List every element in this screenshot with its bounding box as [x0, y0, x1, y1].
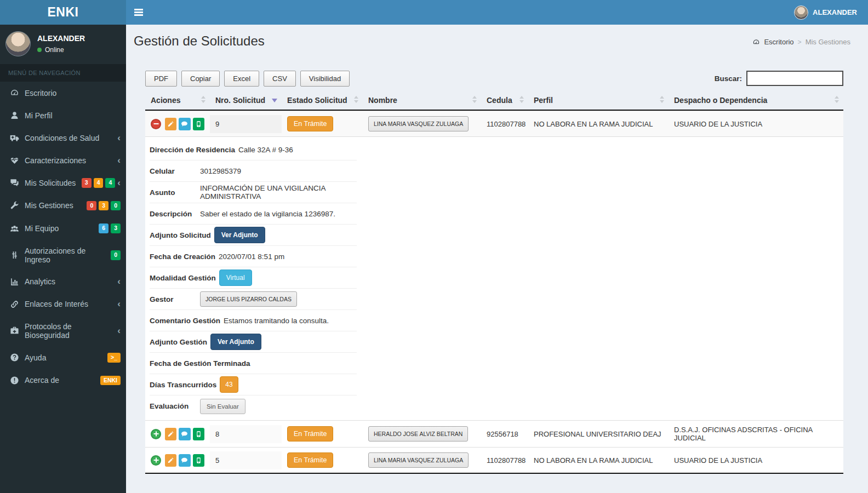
count-badge: 0: [87, 201, 96, 211]
column-header-aciones[interactable]: Aciones: [145, 91, 210, 110]
content-area: Gestión de Solicitudes Escritorio > Mis …: [126, 25, 868, 493]
ver-adjunto-button[interactable]: Ver Adjunto: [210, 334, 261, 350]
gestor-button[interactable]: JORGE LUIS PIZARRO CALDAS: [200, 291, 297, 307]
pencil-icon: [167, 431, 174, 438]
mobile-button[interactable]: [193, 454, 204, 467]
edit-button[interactable]: [165, 454, 176, 467]
sidebar-item-caracterizaciones[interactable]: Caracterizaciones ‹: [0, 149, 126, 171]
sidebar-user-panel: ALEXANDER Online: [0, 25, 126, 64]
sidebar-item-protocolos-de-bioseguridad[interactable]: Protocolos de Bioseguridad ‹: [0, 316, 126, 346]
page-title: Gestión de Solicitudes: [134, 33, 265, 49]
column-header-cedula[interactable]: Cedula: [481, 91, 528, 110]
sidebar-item-mi-equipo[interactable]: Mi Equipo 6 3: [0, 217, 126, 240]
chat-bubble-icon: [181, 431, 188, 438]
edit-button[interactable]: [165, 118, 176, 130]
detail-fecha-creacion: Fecha de Creación 2020/07/01 8:51 pm: [150, 246, 357, 267]
breadcrumb-home[interactable]: Escritorio: [764, 38, 793, 46]
column-header-perfil[interactable]: Perfil: [528, 91, 669, 110]
nombre-button[interactable]: LINA MARIA VASQUEZ ZULUAGA: [368, 452, 469, 468]
hamburger-icon: [134, 8, 143, 18]
user-status: Online: [37, 46, 85, 54]
sidebar-item-autorizaciones-de-ingreso[interactable]: Autorizaciones de Ingreso 0: [0, 240, 126, 271]
terminal-badge: >_: [107, 353, 121, 363]
copy-button[interactable]: Copiar: [181, 71, 220, 87]
avatar: [5, 31, 31, 56]
mobile-phone-icon: [195, 457, 202, 464]
sidebar-toggle-icon[interactable]: [126, 0, 151, 25]
mobile-button[interactable]: [193, 428, 204, 440]
sort-icon: [519, 96, 524, 103]
chat-button[interactable]: [179, 454, 190, 467]
status-badge[interactable]: En Trámite: [287, 426, 333, 442]
days-badge: 43: [220, 376, 238, 393]
cell-nro: 8: [210, 425, 282, 443]
count-badge: 6: [99, 223, 108, 233]
expand-row-icon[interactable]: [151, 455, 161, 466]
column-header-estado[interactable]: Estado Solicitud: [282, 91, 363, 110]
mobile-button[interactable]: [193, 118, 204, 130]
collapse-row-icon[interactable]: [151, 119, 161, 129]
sort-icon: [835, 96, 839, 103]
count-badge: 3: [99, 201, 108, 211]
detail-modalidad-gestion: Modalidad Gestión Virtual: [150, 267, 357, 289]
sort-icon: [472, 96, 477, 103]
pencil-icon: [167, 121, 174, 128]
cell-nombre: LINA MARIA VASQUEZ ZULUAGA: [363, 448, 481, 473]
chevron-left-icon: ‹: [117, 158, 121, 163]
app-logo[interactable]: ENKI: [0, 0, 126, 25]
sidebar-item-escritorio[interactable]: Escritorio: [0, 82, 126, 104]
gauge-icon: [752, 38, 760, 46]
status-label: Online: [45, 46, 64, 54]
cell-perfil: PROFESIONAL UNIVERSITARIO DEAJ: [528, 425, 669, 443]
detail-celular: Celular 3012985379: [150, 160, 357, 182]
search-input[interactable]: [746, 71, 843, 86]
enki-badge: ENKI: [100, 376, 121, 386]
navbar-user-menu[interactable]: ALEXANDER: [783, 0, 868, 25]
cell-cedula: 1102807788: [481, 115, 528, 133]
ver-adjunto-button[interactable]: Ver Adjunto: [214, 227, 265, 243]
chat-bubble-icon: [181, 457, 188, 464]
expand-row-icon[interactable]: [151, 429, 161, 439]
ambulance-icon: [10, 133, 19, 142]
sidebar-item-condiciones-de-salud[interactable]: Condiciones de Salud ‹: [0, 127, 126, 149]
virtual-badge: Virtual: [219, 270, 252, 286]
breadcrumb-separator: >: [798, 38, 802, 46]
mobile-phone-icon: [195, 121, 202, 128]
edit-button[interactable]: [165, 428, 176, 440]
nombre-button[interactable]: HERALDO JOSE ALVIZ BELTRAN: [368, 426, 468, 442]
sort-icon: [201, 96, 205, 103]
detail-evaluacion: Evaluación Sin Evaluar: [150, 395, 357, 417]
sidebar-item-acerca-de[interactable]: Acerca de ENKI: [0, 369, 126, 392]
status-badge[interactable]: En Trámite: [287, 452, 333, 468]
cell-cedula: 1102807788: [481, 451, 528, 469]
detail-descripcion: Descripción Saber el estado de la vigila…: [150, 203, 357, 225]
cell-estado: En Trámite: [282, 448, 363, 473]
detail-adjunto-solicitud: Adjunto Solicitud Ver Adjunto: [150, 225, 357, 246]
sidebar-item-enlaces-de-interes[interactable]: Enlaces de Interés ‹: [0, 293, 126, 316]
top-navbar: ALEXANDER: [126, 0, 868, 25]
visibility-button[interactable]: Visibilidad: [300, 71, 350, 87]
sidebar-item-ayuda[interactable]: Ayuda >_: [0, 346, 126, 369]
chevron-left-icon: ‹: [117, 301, 121, 307]
chat-button[interactable]: [179, 428, 190, 440]
sidebar-item-mi-perfil[interactable]: Mi Perfil: [0, 104, 126, 127]
excel-button[interactable]: Excel: [224, 71, 259, 87]
nombre-button[interactable]: LINA MARIA VASQUEZ ZULUAGA: [368, 116, 469, 131]
sidebar-item-analytics[interactable]: Analytics ‹: [0, 271, 126, 293]
sin-evaluar-button[interactable]: Sin Evaluar: [200, 399, 245, 414]
column-header-despacho[interactable]: Despacho o Dependencia: [669, 91, 843, 110]
column-header-nombre[interactable]: Nombre: [363, 91, 481, 110]
sidebar-item-mis-solicitudes[interactable]: Mis Solicitudes 3 4 4 ‹: [0, 171, 126, 194]
sidebar-item-mis-gestiones[interactable]: Mis Gestiones 0 3 0: [0, 194, 126, 217]
chat-button[interactable]: [179, 118, 190, 130]
status-badge[interactable]: En Trámite: [287, 116, 333, 131]
pdf-button[interactable]: PDF: [145, 71, 177, 87]
column-header-nro-solicitud[interactable]: Nro. Solicitud: [210, 91, 282, 110]
actions-cell: [145, 113, 210, 135]
solicitudes-table: Aciones Nro. Solicitud Estado Solicitud …: [145, 91, 843, 474]
cell-nombre: HERALDO JOSE ALVIZ BELTRAN: [363, 421, 481, 446]
csv-button[interactable]: CSV: [264, 71, 296, 87]
detail-adjunto-gestion: Adjunto Gestión Ver Adjunto: [150, 331, 357, 353]
cell-despacho: USUARIO DE LA JUSTICIA: [669, 451, 843, 469]
detail-fecha-gestion-terminada: Fecha de Gestión Terminada: [150, 353, 357, 374]
